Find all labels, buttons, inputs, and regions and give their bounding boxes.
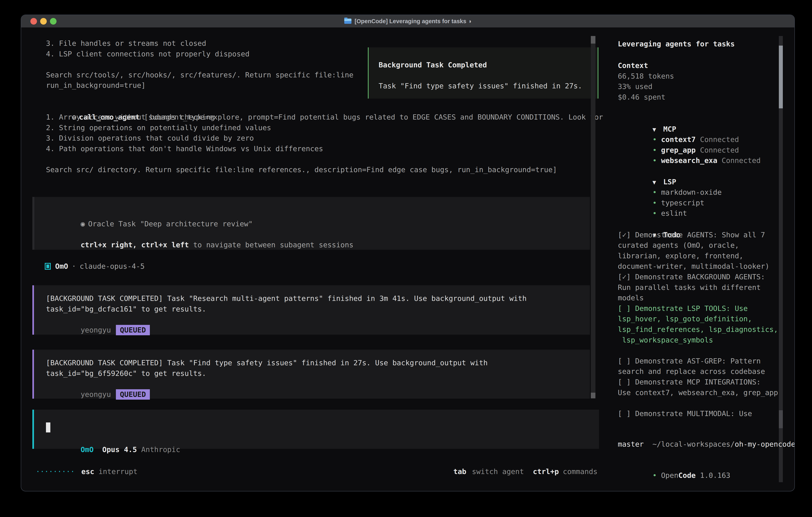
minimize-icon[interactable]	[40, 18, 47, 25]
task-message-line1: [BACKGROUND TASK COMPLETED] Task "Resear…	[46, 293, 590, 304]
task-user: yeongyu	[81, 326, 111, 334]
lsp-heading: LSP	[663, 178, 676, 186]
bullet-icon: •	[652, 208, 661, 219]
todo-pending-items: [ ] Demonstrate MULTIMODAL: Use	[618, 408, 795, 419]
context-section: Context 66,518 tokens33% used$0.46 spent	[618, 60, 795, 102]
todo-done-items: [✓] Demonstrate AGENTS: Show all 7curate…	[618, 230, 795, 303]
background-task-card: [BACKGROUND TASK COMPLETED] Task "Resear…	[32, 285, 590, 335]
folder-icon	[344, 19, 351, 24]
app-name-prefix: Open	[661, 471, 678, 480]
separator-dot: ·	[72, 261, 76, 272]
bullet-icon: •	[652, 198, 661, 208]
text-line: 4. Path operations that don't handle Win…	[46, 143, 557, 154]
mcp-item-name: context7	[661, 135, 696, 143]
bullet-icon: •	[652, 134, 661, 145]
lsp-item-name: markdown-oxide	[661, 188, 722, 196]
text-line: models	[618, 293, 795, 303]
subagent-header: OmO · claude-opus-4-5	[45, 260, 145, 272]
titlebar[interactable]: [OpenCode] Leveraging agents for tasks ◑	[21, 15, 794, 28]
ctrlp-key-hint: ctrl+p	[533, 466, 559, 477]
oracle-task-title-line: ◉Oracle Task "Deep architecture review"	[46, 208, 590, 219]
task-message-line1: [BACKGROUND TASK COMPLETED] Task "Find t…	[46, 358, 590, 368]
context-stats: 66,518 tokens33% used$0.46 spent	[618, 71, 795, 103]
notification-body: Task "Find type safety issues" finished …	[379, 81, 598, 91]
version-block: •OpenCode1.0.163	[618, 460, 795, 470]
esc-key-label: interrupt	[98, 466, 138, 477]
app-version: 1.0.163	[700, 471, 730, 480]
lsp-heading-row: ▼LSP	[618, 166, 795, 177]
text-line: Search src/ directory. Return specific f…	[46, 165, 557, 175]
todo-pending-items: [ ] Demonstrate AST-GREP: Patternsearch …	[618, 356, 795, 398]
ctrlp-key-label: commands	[563, 466, 598, 477]
session-title-block: Leveraging agents for tasks	[618, 39, 795, 49]
text-cursor	[46, 423, 50, 432]
text-line: [✓] Demonstrate BACKGROUND AGENTS:	[618, 272, 795, 282]
todo-section: ▼Todo [✓] Demonstrate AGENTS: Show all 7…	[618, 219, 795, 419]
text-line: run_in_background=true]	[46, 80, 353, 91]
oracle-hint-keys: ctrl+x right, ctrl+x left	[81, 241, 189, 249]
todo-active-items: [ ] Demonstrate LSP TOOLS: Uselsp_hover,…	[618, 303, 795, 345]
text-line: lsp_hover, lsp_goto_definition,	[618, 314, 795, 324]
lsp-item-name: eslint	[661, 209, 687, 217]
text-line: 66,518 tokens	[618, 71, 795, 82]
bullet-icon: •	[652, 187, 661, 198]
text-line: search and replace across codebase	[618, 366, 795, 377]
text-line: 4. LSP client connections not properly d…	[46, 49, 353, 59]
oracle-task-card: ◉Oracle Task "Deep architecture review" …	[32, 197, 590, 250]
tool-call-line: ⚙call_omo_agent [subagent_type=explore, …	[46, 101, 603, 112]
prompt-input[interactable]: OmOOpus 4.5Anthropic	[32, 410, 599, 449]
main-scrollbar-thumb[interactable]	[591, 36, 596, 44]
main-scrollbar[interactable]	[591, 36, 596, 399]
text-line: [ ] Demonstrate MCP INTEGRATIONS:	[618, 377, 795, 387]
notification-title: Background Task Completed	[379, 60, 598, 71]
mcp-item-status: Connected	[700, 146, 739, 154]
text-line: 33% used	[618, 81, 795, 92]
mcp-heading: MCP	[663, 125, 676, 133]
mcp-section: ▼MCP •context7Connected •grep_appConnect…	[618, 113, 795, 155]
text-line: [ ] Demonstrate AST-GREP: Pattern	[618, 356, 795, 366]
mcp-item-name: websearch_exa	[661, 156, 717, 165]
bullet-icon: •	[652, 145, 661, 156]
triangle-down-icon: ▼	[652, 124, 663, 135]
context-heading: Context	[618, 60, 795, 71]
text-line: [ ] Demonstrate LSP TOOLS: Use	[618, 303, 795, 314]
conversation-lines-top: 3. File handles or streams not closed4. …	[46, 38, 353, 91]
text-line: [ ] Demonstrate MULTIMODAL: Use	[618, 408, 795, 419]
workspace-block: ~/local-workspaces/oh-my-opencode: maste…	[618, 429, 795, 450]
text-line	[46, 154, 557, 165]
text-line	[46, 59, 353, 70]
text-line: [✓] Demonstrate AGENTS: Show all 7	[618, 230, 795, 240]
task-meta-row: yeongyuQUEUED	[46, 379, 590, 389]
maximize-icon[interactable]	[50, 18, 57, 25]
text-line: Use context7, websearch_exa, grep_app	[618, 387, 795, 398]
input-model-name: Opus 4.5	[102, 445, 137, 454]
bullet-icon: •	[652, 155, 661, 166]
oracle-hint-line: ctrl+x right, ctrl+x left to navigate be…	[46, 229, 590, 240]
input-meta-row: OmOOpus 4.5Anthropic	[46, 434, 180, 444]
text-line: Run parallel tasks with different	[618, 282, 795, 293]
lsp-section: ▼LSP •markdown-oxide •typescript •eslint	[618, 166, 795, 208]
notification-spacer	[379, 71, 598, 81]
text-line: Search src/tools/, src/hooks/, src/featu…	[46, 70, 353, 80]
text-line: 2. String operations on potentially unde…	[46, 123, 557, 133]
conversation-lines-bottom: 1. Array access without bounds checking2…	[46, 112, 557, 175]
status-badge: QUEUED	[116, 389, 150, 400]
spinner-dots: ·········	[36, 466, 75, 477]
subagent-model: claude-opus-4-5	[80, 261, 145, 272]
text-line: librarian, explore, frontend,	[618, 251, 795, 261]
workspace-path-prefix: ~/local-workspaces/	[652, 440, 735, 448]
background-task-card: [BACKGROUND TASK COMPLETED] Task "Find t…	[32, 350, 590, 399]
window-controls	[30, 15, 57, 27]
bullet-icon: •	[652, 470, 661, 481]
mcp-item-name: grep_app	[661, 146, 696, 154]
task-message-line2: task_id="bg_6f59260c" to get results.	[46, 368, 590, 379]
triangle-down-icon: ▼	[652, 177, 663, 188]
mcp-item-status: Connected	[722, 156, 761, 165]
text-line: 1. Array access without bounds checking	[46, 112, 557, 123]
mcp-item-status: Connected	[700, 135, 739, 143]
task-message-line2: task_id="bg_dcfac161" to get results.	[46, 304, 590, 315]
task-user: yeongyu	[81, 390, 111, 399]
close-icon[interactable]	[30, 18, 37, 25]
text-line: $0.46 spent	[618, 92, 795, 103]
main-scrollbar-thumb[interactable]	[591, 393, 596, 398]
